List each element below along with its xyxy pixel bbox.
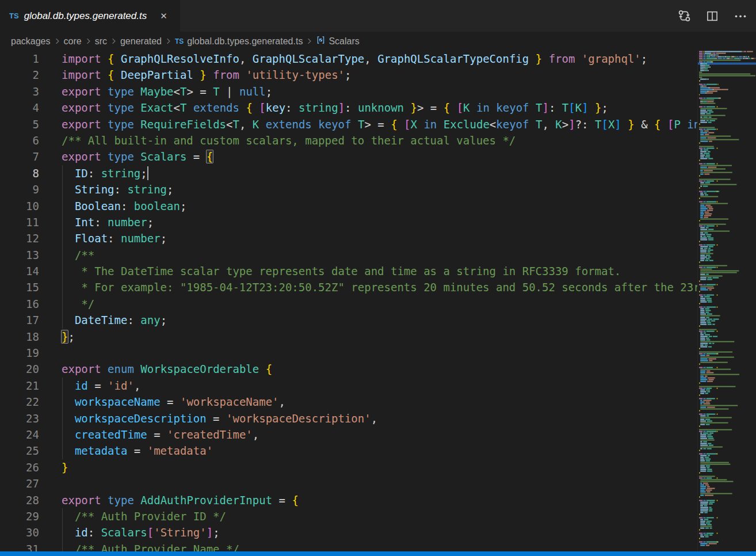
line-number[interactable]: 6 <box>0 132 39 148</box>
code-line[interactable]: 23 workspaceDescription = 'workspaceDesc… <box>0 410 697 426</box>
line-number[interactable]: 30 <box>0 524 39 540</box>
breadcrumb-item-packages[interactable]: packages <box>11 36 51 47</box>
code-line[interactable]: 6/** All built-in and custom scalars, ma… <box>0 132 697 148</box>
code-token <box>62 216 75 229</box>
code-line[interactable]: 29 /** Auth Provider ID */ <box>0 508 697 524</box>
line-number[interactable]: 8 <box>0 165 39 181</box>
breadcrumb-item-core[interactable]: core <box>64 36 82 47</box>
code-token: number <box>121 232 161 245</box>
line-number[interactable]: 29 <box>0 508 39 524</box>
line-number[interactable]: 25 <box>0 443 39 459</box>
code-line[interactable]: 19 <box>0 345 697 361</box>
code-line[interactable]: 12 Float: number; <box>0 230 697 246</box>
code-token: { <box>108 52 114 65</box>
line-number[interactable]: 5 <box>0 116 39 132</box>
line-number[interactable]: 26 <box>0 459 39 475</box>
code-token: : <box>114 183 128 196</box>
line-number[interactable]: 22 <box>0 394 39 410</box>
more-actions-button[interactable] <box>733 9 748 24</box>
line-number[interactable]: 13 <box>0 247 39 263</box>
tab-global-db-types-generated[interactable]: TS global.db.types.generated.ts ✕ <box>0 0 180 32</box>
code-line[interactable]: 24 createdTime = 'createdTime', <box>0 426 697 443</box>
code-line[interactable]: 3export type Maybe<T> = T | null; <box>0 83 697 100</box>
code-line[interactable]: 11 Int: number; <box>0 214 697 230</box>
code-line[interactable]: 21 id = 'id', <box>0 378 697 394</box>
line-number[interactable]: 14 <box>0 263 39 279</box>
line-number[interactable]: 23 <box>0 410 39 426</box>
code-editor[interactable]: 1import { GraphQLResolveInfo, GraphQLSca… <box>0 51 697 551</box>
code-line[interactable]: 27 <box>0 475 697 492</box>
line-number[interactable]: 10 <box>0 198 39 214</box>
line-number[interactable]: 31 <box>0 541 39 551</box>
code-token: /** Auth Provider ID */ <box>75 510 226 523</box>
code-line[interactable]: 7export type Scalars = { <box>0 148 697 165</box>
code-token: ; <box>641 52 647 65</box>
code-token <box>207 68 213 81</box>
breadcrumb-symbol-scalars[interactable]: Scalars <box>316 35 359 47</box>
code-token: in <box>687 118 697 131</box>
code-token <box>253 101 259 114</box>
line-number[interactable]: 11 <box>0 214 39 230</box>
breadcrumb: packagescoresrcgeneratedTSglobal.db.type… <box>0 32 756 51</box>
line-number[interactable]: 17 <box>0 312 39 328</box>
line-number[interactable]: 3 <box>0 83 39 100</box>
line-number[interactable]: 20 <box>0 361 39 377</box>
code-line[interactable]: 4export type Exact<T extends { [key: str… <box>0 100 697 116</box>
line-number[interactable]: 24 <box>0 426 39 443</box>
breadcrumb-item-generated[interactable]: generated <box>120 36 162 47</box>
close-icon[interactable]: ✕ <box>158 10 170 22</box>
code-line[interactable]: 25 metadata = 'metadata' <box>0 443 697 459</box>
code-token: 'workspaceName' <box>180 395 279 408</box>
breadcrumb-file[interactable]: TSglobal.db.types.generated.ts <box>175 36 303 47</box>
code-line[interactable]: 26} <box>0 459 697 475</box>
split-editor-button[interactable] <box>705 9 720 24</box>
code-line[interactable]: 5export type RequireFields<T, K extends … <box>0 116 697 132</box>
code-line[interactable]: 10 Boolean: boolean; <box>0 198 697 214</box>
code-line[interactable]: 13 /** <box>0 247 697 263</box>
code-token: ; <box>140 167 147 180</box>
line-number[interactable]: 15 <box>0 279 39 295</box>
minimap[interactable] <box>697 51 756 551</box>
code-line[interactable]: 30 id: Scalars['String']; <box>0 524 697 540</box>
text-cursor <box>147 166 148 180</box>
code-line[interactable]: 8 ID: string; <box>0 165 697 181</box>
line-number[interactable]: 27 <box>0 475 39 492</box>
code-text: id = 'id', <box>39 378 140 394</box>
line-number[interactable]: 2 <box>0 67 39 83</box>
open-changes-button[interactable] <box>677 9 692 24</box>
code-token: = <box>161 395 180 408</box>
code-line[interactable]: 22 workspaceName = 'workspaceName', <box>0 394 697 410</box>
line-number[interactable]: 4 <box>0 100 39 116</box>
code-line[interactable]: 16 */ <box>0 296 697 312</box>
line-number[interactable]: 28 <box>0 492 39 508</box>
code-line[interactable]: 20export enum WorkspaceOrderable { <box>0 361 697 377</box>
code-line[interactable]: 1import { GraphQLResolveInfo, GraphQLSca… <box>0 51 697 67</box>
line-number[interactable]: 18 <box>0 329 39 345</box>
code-line[interactable]: 15 * For example: "1985-04-12T23:20:50.5… <box>0 279 697 295</box>
code-text: export enum WorkspaceOrderable { <box>39 361 272 377</box>
code-text: } <box>39 459 68 475</box>
breadcrumb-item-src[interactable]: src <box>95 36 107 47</box>
line-number[interactable]: 7 <box>0 148 39 165</box>
code-line[interactable]: 28export type AddAuthProviderInput = { <box>0 492 697 508</box>
code-line[interactable]: 18}; <box>0 329 697 345</box>
line-number[interactable]: 12 <box>0 230 39 246</box>
line-number[interactable]: 16 <box>0 296 39 312</box>
code-token: export <box>62 363 101 375</box>
code-line[interactable]: 17 DateTime: any; <box>0 312 697 328</box>
code-token: ] <box>338 101 345 114</box>
editor-actions <box>677 0 756 32</box>
code-token <box>101 118 108 131</box>
line-number[interactable]: 21 <box>0 378 39 394</box>
vscode-editor-window: TS global.db.types.generated.ts ✕ <box>0 0 756 556</box>
line-number[interactable]: 19 <box>0 345 39 361</box>
code-line[interactable]: 9 String: string; <box>0 181 697 197</box>
code-token <box>62 444 75 457</box>
code-line[interactable]: 2import { DeepPartial } from 'utility-ty… <box>0 67 697 83</box>
line-number[interactable]: 9 <box>0 181 39 197</box>
code-text: */ <box>39 296 94 312</box>
code-line[interactable]: 14 * The DateTime scalar type represents… <box>0 263 697 279</box>
code-line[interactable]: 31 /** Auth Provider Name */ <box>0 541 697 551</box>
code-token <box>101 494 108 507</box>
line-number[interactable]: 1 <box>0 51 39 67</box>
